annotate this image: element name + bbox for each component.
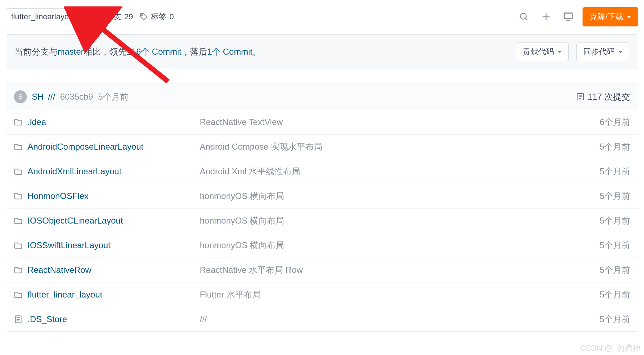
file-name-link[interactable]: IOSSwiftLinearLayout [28, 240, 110, 250]
clone-download-button[interactable]: 克隆/下载 [583, 7, 638, 26]
compare-prefix: 当前分支与 [15, 46, 58, 58]
commit-time: 5个月前 [98, 91, 128, 102]
file-row: IOSSwiftLinearLayouthonmonyOS 横向布局5个月前 [6, 233, 638, 258]
file-name-link[interactable]: ReactNativeRow [28, 265, 91, 275]
file-name-link[interactable]: .idea [28, 117, 46, 127]
behind-sep: ， [182, 46, 190, 58]
file-name-cell: IOSSwiftLinearLayout [14, 240, 200, 250]
file-name-cell: AndroidXmlLinearLayout [14, 166, 200, 176]
behind-count[interactable]: 1 [207, 47, 212, 57]
file-name-cell: IOSObjectCLinearLayout [14, 216, 200, 226]
folder-icon [14, 290, 23, 299]
commit-message[interactable]: /// [48, 92, 55, 102]
search-icon [519, 12, 529, 21]
repo-toolbar: flutter_linearlayout 分支 29 标签 0 克隆/下载 [6, 4, 638, 34]
file-name-cell: flutter_linear_layout [14, 290, 200, 300]
latest-commit-row: S SH /// 6035cb9 5个月前 117 次提交 [6, 84, 638, 110]
file-name-cell: .idea [14, 117, 200, 127]
file-row: HonmonOSFlexhonmonyOS 横向布局5个月前 [6, 184, 638, 209]
tags-link[interactable]: 标签 0 [139, 11, 174, 22]
file-time: 5个月前 [600, 314, 630, 325]
commit-sha[interactable]: 6035cb9 [60, 92, 93, 102]
file-time: 5个月前 [600, 190, 630, 202]
chevron-down-icon [78, 16, 83, 18]
file-name-cell: AndroidComposeLinearLayout [14, 142, 200, 152]
webide-button[interactable] [560, 9, 576, 25]
folder-icon [14, 118, 23, 126]
compare-master-link[interactable]: master [58, 47, 84, 57]
file-commit-message[interactable]: Android Xml 水平线性布局 [200, 166, 600, 177]
tags-count: 0 [169, 12, 174, 21]
file-time: 5个月前 [600, 215, 630, 226]
folder-icon [14, 142, 23, 151]
svg-point-3 [142, 15, 143, 16]
file-time: 5个月前 [600, 166, 630, 177]
contribute-label: 贡献代码 [522, 46, 554, 57]
branches-count: 29 [124, 12, 133, 21]
clone-label: 克隆/下载 [590, 11, 623, 22]
file-row: AndroidXmlLinearLayoutAndroid Xml 水平线性布局… [6, 159, 638, 184]
file-row: flutter_linear_layoutFlutter 水平布局5个月前 [6, 282, 638, 307]
file-name-cell: .DS_Store [14, 314, 200, 324]
file-commit-message[interactable]: ReactNative TextView [200, 117, 600, 127]
add-button[interactable] [538, 9, 554, 25]
folder-icon [14, 216, 23, 225]
ahead-count[interactable]: 116 [127, 47, 141, 57]
branch-selector[interactable]: flutter_linearlayout [6, 8, 88, 25]
file-commit-message[interactable]: Flutter 水平布局 [200, 289, 600, 300]
file-row: .DS_Store///5个月前 [6, 307, 638, 331]
branches-label: 分支 [106, 11, 122, 22]
search-button[interactable] [516, 9, 532, 25]
file-name-link[interactable]: flutter_linear_layout [28, 290, 102, 300]
file-list-panel: S SH /// 6035cb9 5个月前 117 次提交 .ideaReact… [6, 84, 638, 332]
file-time: 6个月前 [600, 116, 630, 128]
file-name-link[interactable]: AndroidXmlLinearLayout [28, 166, 122, 176]
svg-rect-5 [564, 13, 573, 19]
folder-icon [14, 192, 23, 200]
commits-count-label: 117 次提交 [588, 91, 630, 102]
compare-mid: 相比， [84, 46, 109, 58]
file-row: .ideaReactNative TextView6个月前 [6, 110, 638, 135]
file-commit-message[interactable]: honmonyOS 横向布局 [200, 190, 600, 202]
svg-point-0 [95, 13, 98, 15]
file-row: AndroidComposeLinearLayoutAndroid Compos… [6, 135, 638, 159]
file-name-link[interactable]: AndroidComposeLinearLayout [28, 142, 143, 152]
file-icon [14, 315, 23, 324]
tags-label: 标签 [151, 11, 167, 22]
history-icon [576, 92, 585, 101]
file-commit-message[interactable]: ReactNative 水平布局 Row [200, 264, 600, 276]
branches-link[interactable]: 分支 29 [94, 11, 133, 22]
file-name-link[interactable]: .DS_Store [28, 314, 67, 324]
file-name-cell: HonmonOSFlex [14, 191, 200, 201]
file-name-link[interactable]: HonmonOSFlex [28, 191, 89, 201]
file-commit-message[interactable]: Android Compose 实现水平布局 [200, 141, 600, 152]
file-commit-message[interactable]: honmonyOS 横向布局 [200, 240, 600, 251]
ahead-pre: 领先 [109, 46, 127, 58]
svg-point-4 [520, 13, 526, 19]
folder-icon [14, 167, 23, 176]
contribute-button[interactable]: 贡献代码 [516, 42, 569, 61]
chevron-down-icon [627, 16, 631, 18]
plus-icon [541, 12, 551, 21]
file-time: 5个月前 [600, 264, 630, 276]
file-time: 5个月前 [600, 240, 630, 251]
commits-count-link[interactable]: 117 次提交 [576, 91, 630, 102]
file-name-link[interactable]: IOSObjectCLinearLayout [28, 216, 123, 226]
file-time: 5个月前 [600, 289, 630, 300]
sync-button[interactable]: 同步代码 [576, 42, 629, 61]
ahead-suf[interactable]: 个 Commit [141, 46, 181, 58]
behind-suf[interactable]: 个 Commit。 [212, 46, 261, 58]
sync-label: 同步代码 [583, 46, 615, 57]
file-commit-message[interactable]: /// [200, 314, 600, 324]
branch-compare-bar: 当前分支与 master 相比， 领先 116 个 Commit ， 落后 1 … [6, 34, 638, 69]
file-name-cell: ReactNativeRow [14, 265, 200, 275]
file-row: ReactNativeRowReactNative 水平布局 Row5个月前 [6, 258, 638, 282]
chevron-down-icon [558, 51, 562, 53]
file-time: 5个月前 [600, 141, 630, 152]
file-row: IOSObjectCLinearLayouthonmonyOS 横向布局5个月前 [6, 209, 638, 233]
commit-author[interactable]: SH [32, 92, 44, 102]
file-commit-message[interactable]: honmonyOS 横向布局 [200, 215, 600, 226]
tag-icon [139, 12, 148, 21]
avatar[interactable]: S [14, 90, 27, 103]
monitor-icon [563, 12, 573, 22]
